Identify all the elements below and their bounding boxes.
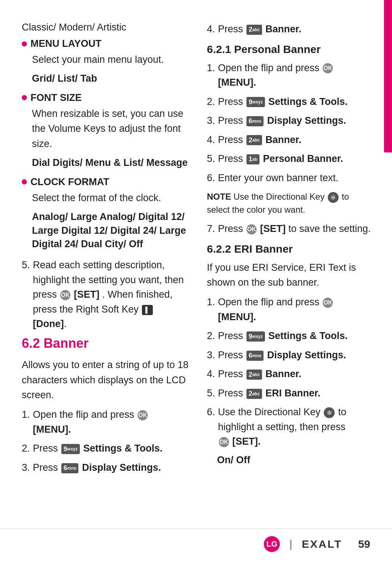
nav-icon-note: ⊕	[328, 192, 339, 203]
menu-layout-options: Grid/ List/ Tab	[22, 72, 189, 86]
eri-step-1: 1. Open the flip and press OK [MENU].	[207, 295, 374, 324]
left-step-1: 1. Open the flip and press OK [MENU].	[22, 407, 189, 437]
eri-step-6: 6. Use the Directional Key ⊕ to highligh…	[207, 405, 374, 449]
sub-heading-6-2-1: 6.2.1 Personal Banner	[207, 43, 374, 56]
eri-options: On/ Off	[207, 453, 374, 467]
ok-icon-r7: OK	[246, 224, 257, 234]
footer-logo: LG | EXALT 59	[264, 536, 370, 552]
footer: LG | EXALT 59	[0, 529, 392, 552]
ok-icon: OK	[60, 290, 70, 300]
step-5-text: Read each setting description, highlight…	[33, 258, 189, 331]
sub-heading-6-2-2: 6.2.2 ERI Banner	[207, 243, 374, 255]
clock-format-options: Analog/ Large Analog/ Digital 12/ Large …	[22, 210, 189, 251]
2-icon-r4: 2abc	[246, 135, 262, 145]
step-5: 5. Read each setting description, highli…	[22, 258, 189, 331]
done-icon: ▌	[142, 305, 153, 315]
9-icon-r2: 9wxyz	[246, 97, 265, 107]
section-6-2-heading: 6.2 Banner	[22, 336, 189, 351]
6-icon-e3: 6mno	[246, 351, 264, 361]
r-step-2: 2. Press 9wxyz Settings & Tools.	[207, 94, 374, 109]
2-icon-top: 2abc	[246, 25, 262, 35]
menu-layout-label: MENU LAYOUT	[22, 38, 189, 49]
r-step-6: 6. Enter your own banner text.	[207, 171, 374, 185]
clock-format-section: CLOCK FORMAT Select the format of the cl…	[22, 176, 189, 251]
eri-step-3: 3. Press 6mno Display Settings.	[207, 348, 374, 363]
brand-name: EXALT	[302, 538, 342, 550]
step-5-num: 5.	[22, 258, 30, 331]
ok-icon-1: OK	[138, 410, 148, 420]
nav-icon-eri: ⊕	[324, 407, 335, 418]
bullet-dot	[22, 41, 27, 46]
r-step-3: 3. Press 6mno Display Settings.	[207, 113, 374, 128]
bullet-dot-2	[22, 95, 27, 100]
lg-circle-icon: LG	[264, 536, 280, 552]
menu-layout-desc: Select your main menu layout.	[22, 52, 189, 68]
r-step-5: 5. Press 1ab Personal Banner.	[207, 151, 374, 166]
eri-step-2: 2. Press 9wxyz Settings & Tools.	[207, 329, 374, 343]
right-step-4-top: 4. Press 2abc Banner.	[207, 22, 374, 37]
6-icon-1: 6mno	[61, 463, 78, 473]
ok-icon-e1: OK	[323, 298, 333, 308]
bullet-dot-3	[22, 179, 27, 184]
font-size-options: Dial Digits/ Menu & List/ Message	[22, 156, 189, 170]
section-6-2-desc: Allows you to enter a string of up to 18…	[22, 358, 189, 403]
left-step-3: 3. Press 6mno Display Settings.	[22, 460, 189, 475]
r-step-4: 4. Press 2abc Banner.	[207, 132, 374, 147]
classic-line: Classic/ Modern/ Artistic	[22, 22, 189, 33]
1-icon-r5: 1ab	[246, 154, 260, 164]
menu-layout-section: MENU LAYOUT Select your main menu layout…	[22, 38, 189, 86]
r-step-1: 1. Open the flip and press OK [MENU].	[207, 61, 374, 90]
2-icon-e4: 2abc	[246, 370, 262, 380]
accent-bar	[384, 0, 392, 152]
r-step-7: 7. Press OK [SET] to save the setting.	[207, 221, 374, 236]
footer-divider: |	[289, 538, 292, 550]
eri-banner-desc: If you use ERI Service, ERI Text is show…	[207, 260, 374, 291]
eri-step-5: 5. Press 2abc ERI Banner.	[207, 386, 374, 401]
note-box: NOTE Use the Directional Key ⊕ to select…	[207, 190, 374, 216]
font-size-desc: When resizable is set, you can use the V…	[22, 106, 189, 152]
eri-step-4: 4. Press 2abc Banner.	[207, 367, 374, 382]
font-size-section: FONT SIZE When resizable is set, you can…	[22, 92, 189, 170]
6-icon-r3: 6mno	[246, 116, 264, 126]
font-size-label: FONT SIZE	[22, 92, 189, 103]
9-icon-1: 9wxyz	[61, 444, 80, 454]
left-step-2: 2. Press 9wxyz Settings & Tools.	[22, 441, 189, 456]
9-icon-e2: 9wxyz	[246, 331, 265, 342]
clock-format-label: CLOCK FORMAT	[22, 176, 189, 188]
clock-format-desc: Select the format of the clock.	[22, 191, 189, 206]
2-icon-e5: 2abc	[246, 389, 262, 399]
lg-logo: LG	[264, 536, 280, 552]
ok-icon-r1: OK	[323, 63, 333, 73]
page-number: 59	[358, 538, 370, 550]
ok-icon-e6: OK	[219, 437, 229, 447]
